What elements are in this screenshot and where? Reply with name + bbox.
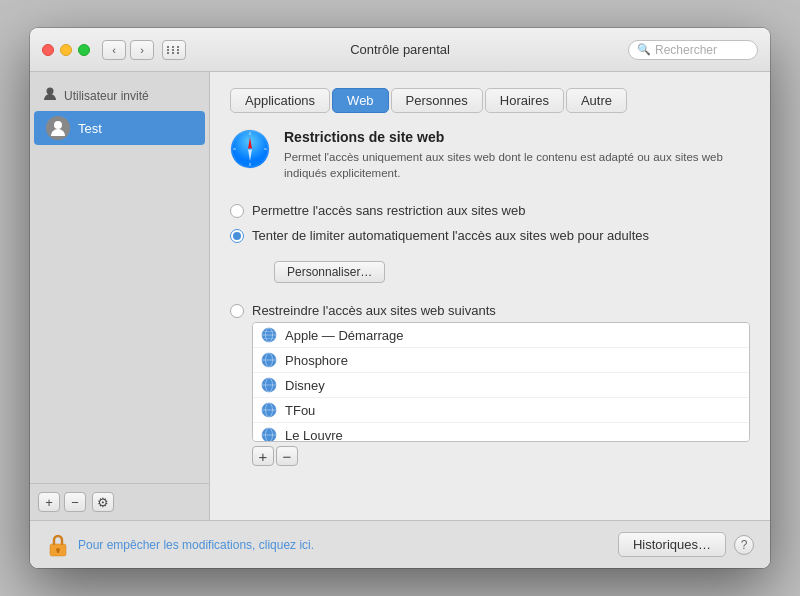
svg-point-0	[47, 88, 54, 95]
globe-icon-3	[261, 402, 277, 418]
radio-circle-unrestricted	[230, 204, 244, 218]
radio-label-restrict: Restreindre l'accès aux sites web suivan…	[252, 303, 496, 318]
web-content: Restrictions de site web Permet l'accès …	[230, 129, 750, 504]
section-header: Restrictions de site web Permet l'accès …	[230, 129, 750, 181]
website-name-1: Phosphore	[285, 353, 348, 368]
sidebar: Utilisateur invité Test + − ⚙	[30, 72, 210, 520]
search-icon: 🔍	[637, 43, 651, 56]
grid-view-button[interactable]	[162, 40, 186, 60]
main-area: Utilisateur invité Test + − ⚙	[30, 72, 770, 520]
svg-point-1	[54, 121, 62, 129]
nav-buttons: ‹ ›	[102, 40, 186, 60]
remove-website-button[interactable]: −	[276, 446, 298, 466]
lock-icon	[46, 531, 70, 559]
globe-icon-1	[261, 352, 277, 368]
safari-icon	[230, 129, 270, 169]
search-box[interactable]: 🔍 Rechercher	[628, 40, 758, 60]
radio-auto-limit[interactable]: Tenter de limiter automatiquement l'accè…	[230, 228, 750, 243]
avatar	[46, 116, 70, 140]
radio-restrict[interactable]: Restreindre l'accès aux sites web suivan…	[230, 303, 750, 318]
websites-list[interactable]: Apple — Démarrage Phosphore	[252, 322, 750, 442]
tabs: Applications Web Personnes Horaires Autr…	[230, 88, 750, 113]
website-name-2: Disney	[285, 378, 325, 393]
sidebar-header-label: Utilisateur invité	[64, 89, 149, 103]
settings-button[interactable]: ⚙	[92, 492, 114, 512]
website-item-4[interactable]: Le Louvre	[253, 423, 749, 442]
user-icon	[42, 86, 58, 105]
grid-icon	[167, 46, 181, 54]
website-item-1[interactable]: Phosphore	[253, 348, 749, 373]
titlebar: ‹ › Contrôle parental 🔍 Rechercher	[30, 28, 770, 72]
sidebar-item-test[interactable]: Test	[34, 111, 205, 145]
section-title: Restrictions de site web	[284, 129, 750, 145]
tab-web[interactable]: Web	[332, 88, 389, 113]
content-panel: Applications Web Personnes Horaires Autr…	[210, 72, 770, 520]
traffic-lights	[42, 44, 90, 56]
globe-icon-2	[261, 377, 277, 393]
radio-group: Permettre l'accès sans restriction aux s…	[230, 203, 750, 318]
tab-personnes[interactable]: Personnes	[391, 88, 483, 113]
back-button[interactable]: ‹	[102, 40, 126, 60]
add-user-button[interactable]: +	[38, 492, 60, 512]
add-website-button[interactable]: +	[252, 446, 274, 466]
search-placeholder: Rechercher	[655, 43, 717, 57]
svg-point-3	[231, 130, 269, 168]
historiques-button[interactable]: Historiques…	[618, 532, 726, 557]
radio-circle-restrict	[230, 304, 244, 318]
svg-rect-36	[57, 550, 59, 553]
radio-label-auto-limit: Tenter de limiter automatiquement l'accè…	[252, 228, 649, 243]
globe-icon-0	[261, 327, 277, 343]
help-button[interactable]: ?	[734, 535, 754, 555]
website-name-4: Le Louvre	[285, 428, 343, 443]
website-name-0: Apple — Démarrage	[285, 328, 404, 343]
maximize-button[interactable]	[78, 44, 90, 56]
sidebar-footer: + − ⚙	[30, 483, 209, 520]
sidebar-item-label: Test	[78, 121, 102, 136]
section-desc: Permet l'accès uniquement aux sites web …	[284, 149, 750, 181]
bottom-bar: Pour empêcher les modifications, cliquez…	[30, 520, 770, 568]
tab-horaires[interactable]: Horaires	[485, 88, 564, 113]
website-name-3: TFou	[285, 403, 315, 418]
minimize-button[interactable]	[60, 44, 72, 56]
forward-button[interactable]: ›	[130, 40, 154, 60]
tab-applications[interactable]: Applications	[230, 88, 330, 113]
radio-unrestricted[interactable]: Permettre l'accès sans restriction aux s…	[230, 203, 750, 218]
sidebar-header: Utilisateur invité	[30, 80, 209, 111]
radio-circle-auto-limit	[230, 229, 244, 243]
main-window: ‹ › Contrôle parental 🔍 Rechercher	[30, 28, 770, 568]
close-button[interactable]	[42, 44, 54, 56]
window-title: Contrôle parental	[350, 42, 450, 57]
website-item-2[interactable]: Disney	[253, 373, 749, 398]
radio-label-unrestricted: Permettre l'accès sans restriction aux s…	[252, 203, 525, 218]
lock-area: Pour empêcher les modifications, cliquez…	[46, 531, 314, 559]
section-text: Restrictions de site web Permet l'accès …	[284, 129, 750, 181]
tab-autre[interactable]: Autre	[566, 88, 627, 113]
website-item-0[interactable]: Apple — Démarrage	[253, 323, 749, 348]
list-controls: + −	[252, 446, 750, 466]
remove-user-button[interactable]: −	[64, 492, 86, 512]
globe-icon-4	[261, 427, 277, 442]
customize-button[interactable]: Personnaliser…	[274, 261, 385, 283]
website-item-3[interactable]: TFou	[253, 398, 749, 423]
bottom-right: Historiques… ?	[618, 532, 754, 557]
lock-text[interactable]: Pour empêcher les modifications, cliquez…	[78, 538, 314, 552]
